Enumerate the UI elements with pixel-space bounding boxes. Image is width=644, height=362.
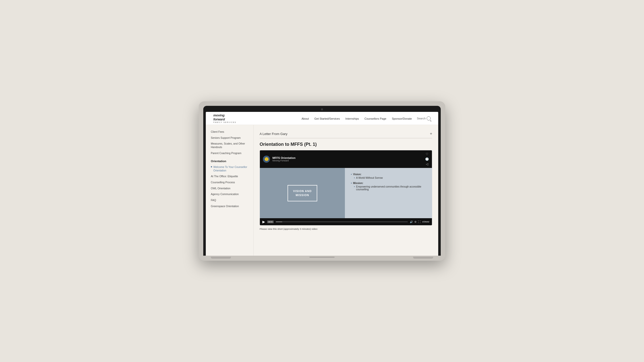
accordion-plus-icon[interactable]: + — [430, 131, 432, 136]
avatar-emoji: 🙂 — [264, 157, 269, 161]
navigation: moving forward family services About Get… — [206, 112, 438, 125]
laptop-foot-right — [413, 257, 433, 259]
trackpad[interactable] — [309, 257, 335, 258]
webcam — [321, 108, 323, 110]
sidebar-item-greenspace[interactable]: Greenspace Orientation — [211, 203, 253, 209]
video-controls: ▶ 38:54 🔊 ⚙ ⛶ vimeo — [260, 218, 432, 225]
fullscreen-icon[interactable]: ⛶ — [418, 220, 421, 223]
laptop-foot-left — [211, 257, 231, 259]
search-icon[interactable] — [427, 116, 431, 120]
sidebar-item-owl[interactable]: OWL Orientation — [211, 186, 253, 192]
heart-icon[interactable]: ♡ — [426, 152, 428, 156]
vimeo-logo: vimeo — [422, 220, 429, 223]
accordion-title: A Letter From Gary — [260, 132, 288, 136]
video-title: MFFS Orientation — [272, 156, 296, 159]
sidebar-item-seniors[interactable]: Seniors Support Program — [211, 135, 253, 141]
progress-fill — [276, 221, 282, 222]
vision-heading: Vision: — [351, 173, 426, 176]
sidebar-item-parent-coaching[interactable]: Parent Coaching Program — [211, 150, 253, 156]
logo[interactable]: moving forward family services — [213, 113, 236, 123]
share-icon[interactable]: ◁ — [426, 162, 428, 166]
logo-sub: family services — [213, 121, 236, 123]
logo-text: moving forward — [213, 113, 236, 121]
vision-mission-box: VISION ANDMISSION — [288, 185, 317, 201]
sidebar-item-counselling-process[interactable]: Counselling Process — [211, 179, 253, 186]
sidebar-orientation-title: Orientation — [211, 160, 253, 163]
control-icons: 🔊 ⚙ ⛶ vimeo — [410, 220, 429, 223]
settings-icon[interactable]: ⚙ — [414, 220, 417, 223]
video-header-icons: ♡ 🕐 ◁ — [425, 152, 429, 166]
sidebar-item-at-office[interactable]: At The Office: Etiquette — [211, 173, 253, 179]
sidebar-item-welcome-label: Welcome To Your Counsellor Orientation — [213, 165, 251, 172]
sidebar-item-agency-comm[interactable]: Agency Communication — [211, 191, 253, 197]
play-button[interactable]: ▶ — [262, 220, 265, 224]
video-container: 🙂 MFFS Orientation Moving Forward ♡ 🕐 — [260, 150, 432, 225]
vision-text: A World Without Sorrow — [351, 176, 426, 179]
video-body: VISION ANDMISSION Vision: A World Withou… — [260, 168, 432, 218]
nav-internships[interactable]: Internships — [345, 117, 359, 120]
video-channel: Moving Forward — [272, 159, 296, 162]
vision-group: Vision: A World Without Sorrow — [351, 173, 426, 179]
video-left-panel: VISION ANDMISSION — [260, 168, 345, 218]
search-area[interactable]: Search — [417, 116, 431, 120]
video-right-panel: Vision: A World Without Sorrow Mission: … — [345, 168, 432, 218]
nav-about[interactable]: About — [302, 117, 309, 120]
vision-mission-label: VISION ANDMISSION — [293, 189, 312, 197]
clock-icon[interactable]: 🕐 — [425, 157, 429, 161]
time-badge: 38:54 — [267, 220, 274, 223]
nav-get-started[interactable]: Get Started/Services — [314, 117, 340, 120]
accordion-header[interactable]: A Letter From Gary + — [260, 129, 432, 138]
mission-group: Mission: Empowering underserved communit… — [351, 182, 426, 191]
sidebar-item-client-fees[interactable]: Client Fees — [211, 129, 253, 135]
mission-heading: Mission: — [351, 182, 426, 185]
sidebar-item-welcome[interactable]: Welcome To Your Counsellor Orientation — [211, 164, 253, 173]
sidebar: Client Fees Seniors Support Program Meas… — [206, 125, 254, 256]
nav-sponsor[interactable]: Sponsor/Donate — [392, 117, 412, 120]
volume-icon[interactable]: 🔊 — [410, 220, 413, 223]
active-dot — [211, 166, 212, 167]
video-header: 🙂 MFFS Orientation Moving Forward ♡ 🕐 — [260, 150, 432, 168]
mission-text: Empowering underserved communities throu… — [351, 185, 426, 191]
sidebar-item-measures[interactable]: Measures, Scales, and Other Handouts — [211, 141, 253, 150]
page-heading: Orientation to MFFS (Pt. 1) — [260, 142, 432, 147]
main-content: A Letter From Gary + Orientation to MFFS… — [254, 125, 438, 256]
nav-links: About Get Started/Services Internships C… — [302, 116, 412, 121]
video-caption: Please view this short (approximately 3 … — [260, 228, 432, 230]
nav-counsellors[interactable]: Counsellors Page — [365, 117, 386, 120]
progress-bar[interactable] — [276, 221, 408, 222]
sidebar-item-faq[interactable]: FAQ — [211, 197, 253, 203]
video-avatar: 🙂 — [263, 156, 270, 163]
search-label: Search — [417, 117, 426, 120]
